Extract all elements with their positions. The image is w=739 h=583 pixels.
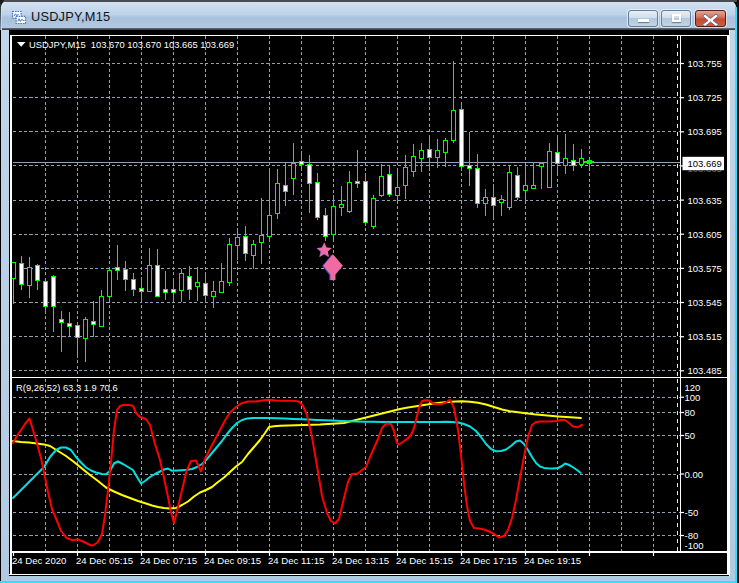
svg-text:103.669: 103.669 [688, 158, 722, 169]
svg-text:-100: -100 [685, 540, 704, 551]
svg-text:24 Dec 15:15: 24 Dec 15:15 [396, 555, 453, 566]
svg-text:24 Dec 07:15: 24 Dec 07:15 [140, 555, 197, 566]
svg-text:103.635: 103.635 [688, 195, 722, 206]
svg-text:50: 50 [685, 430, 696, 441]
svg-text:100: 100 [685, 392, 701, 403]
svg-text:24 Dec 17:15: 24 Dec 17:15 [460, 555, 517, 566]
svg-text:24 Dec 13:15: 24 Dec 13:15 [332, 555, 389, 566]
svg-text:103.755: 103.755 [688, 58, 722, 69]
svg-text:103.725: 103.725 [688, 92, 722, 103]
svg-text:0.00: 0.00 [685, 469, 704, 480]
svg-text:103.545: 103.545 [688, 297, 722, 308]
svg-text:24 Dec 2020: 24 Dec 2020 [12, 555, 66, 566]
svg-text:24 Dec 09:15: 24 Dec 09:15 [204, 555, 261, 566]
svg-text:USDJPY,M15 103.670 103.670 10: USDJPY,M15 103.670 103.670 103.665 103.6… [29, 39, 234, 50]
svg-text:103.485: 103.485 [688, 365, 722, 376]
svg-text:24 Dec 05:15: 24 Dec 05:15 [76, 555, 133, 566]
svg-text:103.575: 103.575 [688, 263, 722, 274]
svg-text:103.695: 103.695 [688, 126, 722, 137]
svg-text:103.515: 103.515 [688, 331, 722, 342]
svg-text:80: 80 [685, 407, 696, 418]
svg-text:24 Dec 11:15: 24 Dec 11:15 [268, 555, 324, 566]
svg-text:24 Dec 19:15: 24 Dec 19:15 [524, 555, 581, 566]
svg-text:103.605: 103.605 [688, 229, 722, 240]
svg-text:R(9,26,52) 63.3 1.9 70.6: R(9,26,52) 63.3 1.9 70.6 [16, 382, 118, 393]
svg-text:-50: -50 [685, 507, 699, 518]
